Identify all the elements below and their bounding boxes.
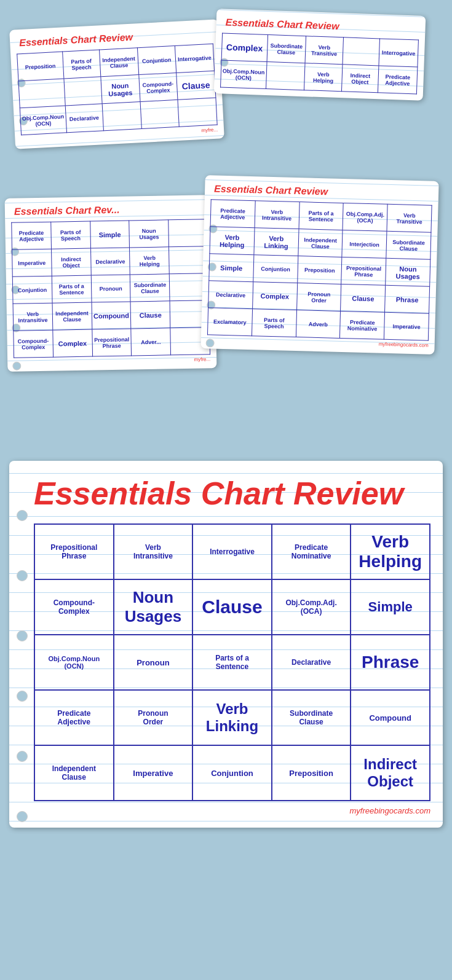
website-footer: myfreebingocards.com [34, 806, 430, 815]
grid-cell [140, 100, 179, 128]
grid-cell [266, 61, 305, 90]
grid-cell: Parts of aSentence [192, 635, 272, 690]
grid-cell: Parts ofSpeech [252, 309, 296, 337]
grid-cell: Obj.Comp.Noun(OCN) [221, 60, 267, 89]
grid-cell: SubordinateClause [267, 35, 306, 63]
grid-cell: VerbTransitive [387, 204, 432, 232]
grid-cell: PronounOrder [296, 283, 341, 312]
bingo-grid: PredicateAdjective VerbIntransitive Part… [207, 199, 432, 340]
grid-cell: IndirectObject [51, 248, 91, 276]
grid-cell: Parts of aSentence [52, 275, 92, 303]
grid-cell: Clause [192, 579, 272, 635]
grid-cell: Clause [130, 301, 170, 329]
grid-cell: PredicateAdjective [378, 66, 418, 94]
grid-cell: Adverb [296, 310, 341, 339]
grid-cell: Compound-Complex [138, 73, 177, 101]
grid-cell: NounUsages [386, 258, 430, 286]
top-cards-section: Essentials Chart Review Preposition Part… [6, 6, 446, 449]
grid-cell [63, 77, 101, 106]
hole-punch [17, 691, 28, 702]
grid-cell: IndirectObject [341, 65, 379, 93]
grid-cell: VerbIntransitive [114, 524, 193, 579]
grid-cell: Declarative [208, 281, 253, 309]
grid-cell: Conjuntion [12, 276, 52, 304]
grid-cell: Declarative [272, 635, 351, 690]
grid-cell: PredicateAdjective [34, 690, 114, 745]
grid-cell: Pronoun [91, 275, 131, 302]
grid-cell: Compound-Complex [14, 330, 54, 358]
grid-cell: VerbIntransitive [255, 201, 299, 229]
grid-cell: PredicateAdjective [12, 222, 52, 249]
grid-cell: PredicateAdjective [210, 200, 255, 228]
main-card-title: Essentials Chart Review [34, 470, 430, 514]
grid-cell: IndependentClause [52, 302, 92, 330]
grid-cell: Obj.Comp.Adj.(OCA) [272, 579, 351, 635]
grid-cell: PredicateNominative [272, 524, 351, 579]
grid-cell: Exclamatory [207, 308, 252, 336]
grid-cell: Conjuntion [192, 745, 272, 801]
grid-cell: PronounOrder [114, 690, 193, 745]
grid-cell: IndependentClause [99, 48, 138, 77]
grid-cell: VerbLinking [192, 690, 272, 745]
bingo-grid: PredicateAdjective Parts ofSpeech Simple… [11, 219, 210, 358]
grid-cell: VerbHelping [304, 63, 343, 92]
grid-cell: Compound-Complex [34, 579, 114, 635]
grid-cell [102, 102, 141, 131]
grid-cell: VerbHelping [210, 227, 255, 255]
grid-cell: PredicateNominative [340, 311, 385, 339]
grid-cell: Conjuntion [253, 255, 298, 283]
grid-cell: Compound [92, 302, 132, 329]
grid-cell: Simple [209, 254, 254, 282]
grid-cell: NounUsages [100, 75, 140, 104]
grid-cell: Interjection [342, 230, 387, 258]
grid-cell: IndependentClause [34, 745, 114, 801]
grid-cell: Parts ofSpeech [51, 221, 91, 249]
hole-punch [17, 811, 28, 822]
grid-cell: Compound [351, 690, 430, 745]
grid-cell: Declarative [65, 104, 103, 133]
grid-cell: VerbIntransitive [13, 303, 53, 331]
grid-cell: Imperative [114, 745, 193, 801]
grid-cell: Interrogative [192, 524, 272, 579]
grid-cell: Simple [90, 221, 130, 248]
grid-cell: Complex [53, 329, 93, 357]
hole-punch [17, 510, 28, 521]
grid-cell [169, 219, 208, 247]
card-title: Essentials Chart Rev... [11, 201, 208, 219]
grid-cell: Imperative [12, 249, 52, 276]
grid-cell: Clause [176, 71, 216, 100]
grid-cell: VerbLinking [254, 228, 299, 256]
hole-punch [17, 570, 28, 581]
grid-cell: PrepositionalPhrase [34, 524, 114, 579]
hole-punch [17, 751, 28, 762]
grid-cell: Complex [252, 282, 297, 310]
grid-cell: SubordinateClause [130, 274, 170, 302]
grid-cell: PrepositionalPhrase [92, 329, 132, 356]
bingo-card-1: Essentials Chart Review Preposition Part… [9, 19, 224, 149]
grid-cell [18, 79, 65, 108]
main-bingo-card: Essentials Chart Review PrepositionalPhr… [9, 461, 443, 828]
grid-cell: Interrogative [175, 44, 215, 73]
grid-cell: Preposition [17, 52, 64, 81]
grid-cell: Conjuntion [137, 45, 176, 74]
grid-cell: Declarative [90, 248, 130, 275]
grid-cell: IndirectObject [351, 745, 430, 801]
bingo-grid: Preposition Parts ofSpeech IndependentCl… [17, 44, 218, 136]
bingo-grid: Complex SubordinateClause VerbTransitive… [220, 33, 419, 94]
grid-cell: Complex [221, 33, 268, 62]
grid-cell [178, 98, 218, 127]
grid-cell: VerbHelping [130, 247, 170, 275]
grid-cell: SubordinateClause [272, 690, 351, 745]
hole-punch [17, 630, 28, 641]
main-bingo-grid: PrepositionalPhrase VerbIntransitive Int… [34, 523, 430, 801]
bingo-card-2: Essentials Chart Review Complex Subordin… [214, 9, 426, 101]
grid-cell: NounUsages [129, 220, 169, 248]
grid-cell: Phrase [385, 285, 430, 313]
grid-cell: Preposition [297, 256, 342, 284]
grid-cell: PrepositionalPhrase [341, 257, 386, 285]
grid-cell: Preposition [272, 745, 351, 801]
grid-cell: IndependentClause [298, 229, 343, 257]
grid-cell: Parts ofSpeech [62, 50, 100, 79]
grid-cell: VerbHelping [351, 524, 430, 579]
grid-cell: Parts of aSentence [299, 202, 344, 230]
